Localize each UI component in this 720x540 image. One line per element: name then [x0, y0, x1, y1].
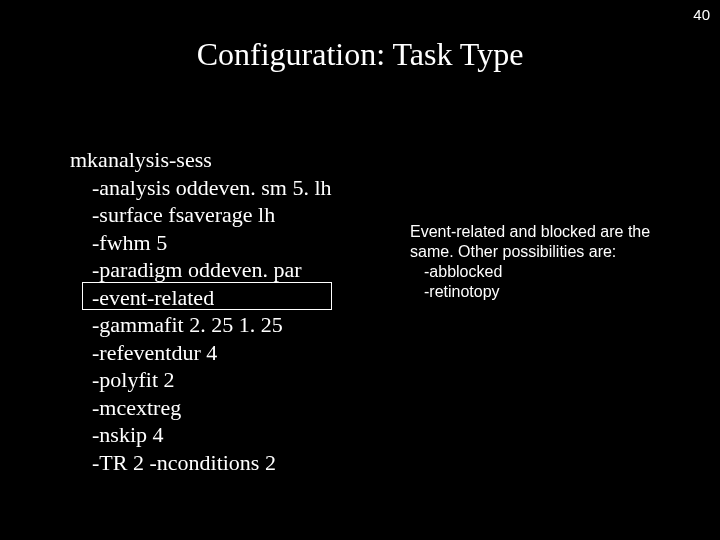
code-arg: -polyfit 2 — [70, 366, 332, 394]
code-arg: -fwhm 5 — [70, 229, 332, 257]
code-arg: -paradigm oddeven. par — [70, 256, 332, 284]
note-lead: Event-related and blocked are the same. … — [410, 222, 690, 262]
code-block: mkanalysis-sess -analysis oddeven. sm 5.… — [70, 146, 332, 476]
code-arg: -analysis oddeven. sm 5. lh — [70, 174, 332, 202]
code-arg: -gammafit 2. 25 1. 25 — [70, 311, 332, 339]
code-arg: -mcextreg — [70, 394, 332, 422]
slide-title: Configuration: Task Type — [0, 36, 720, 73]
code-arg-highlighted: -event-related — [70, 284, 332, 312]
code-arg: -surface fsaverage lh — [70, 201, 332, 229]
slide: 40 Configuration: Task Type mkanalysis-s… — [0, 0, 720, 540]
code-arg: -nskip 4 — [70, 421, 332, 449]
code-arg: -refeventdur 4 — [70, 339, 332, 367]
page-number: 40 — [693, 6, 710, 23]
note-sub: -retinotopy — [410, 282, 690, 302]
note-block: Event-related and blocked are the same. … — [410, 222, 690, 302]
code-arg: -TR 2 -nconditions 2 — [70, 449, 332, 477]
code-command: mkanalysis-sess — [70, 146, 332, 174]
note-sub: -abblocked — [410, 262, 690, 282]
